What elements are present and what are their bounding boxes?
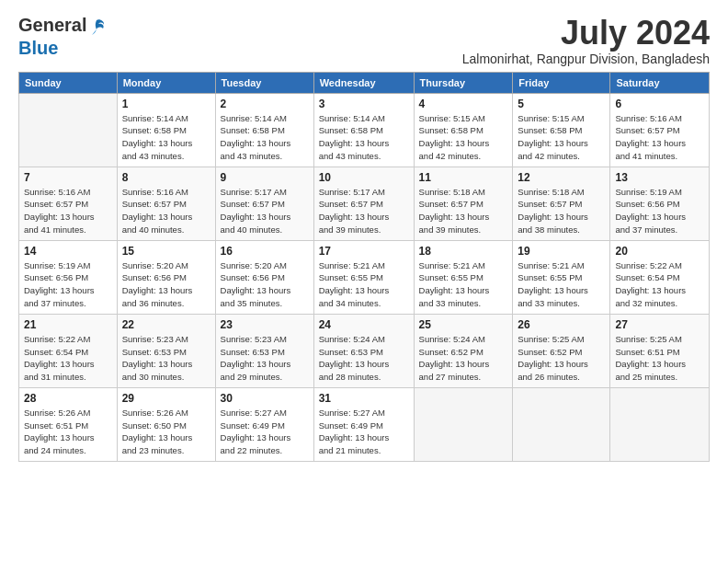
calendar-cell: 6Sunrise: 5:16 AM Sunset: 6:57 PM Daylig… — [610, 93, 710, 167]
day-info: Sunrise: 5:21 AM Sunset: 6:55 PM Dayligh… — [319, 259, 409, 310]
calendar-cell: 5Sunrise: 5:15 AM Sunset: 6:58 PM Daylig… — [513, 93, 610, 167]
day-info: Sunrise: 5:22 AM Sunset: 6:54 PM Dayligh… — [24, 333, 112, 384]
day-number: 16 — [221, 245, 309, 258]
day-number: 5 — [518, 98, 605, 110]
day-number: 24 — [319, 318, 409, 331]
week-row-1: 1Sunrise: 5:14 AM Sunset: 6:58 PM Daylig… — [19, 93, 710, 167]
day-number: 11 — [419, 171, 508, 184]
calendar-cell: 18Sunrise: 5:21 AM Sunset: 6:55 PM Dayli… — [414, 240, 513, 314]
calendar-cell: 22Sunrise: 5:23 AM Sunset: 6:53 PM Dayli… — [117, 314, 215, 387]
calendar-cell: 2Sunrise: 5:14 AM Sunset: 6:58 PM Daylig… — [215, 93, 313, 167]
calendar-cell: 24Sunrise: 5:24 AM Sunset: 6:53 PM Dayli… — [313, 314, 414, 387]
day-number: 3 — [319, 98, 409, 110]
weekday-header-friday: Friday — [513, 72, 610, 93]
day-number: 9 — [221, 171, 309, 184]
month-title: July 2024 — [462, 15, 710, 52]
weekday-header-wednesday: Wednesday — [313, 72, 414, 93]
week-row-5: 28Sunrise: 5:26 AM Sunset: 6:51 PM Dayli… — [19, 387, 710, 461]
day-info: Sunrise: 5:21 AM Sunset: 6:55 PM Dayligh… — [419, 259, 508, 310]
calendar-cell — [610, 387, 710, 461]
day-number: 26 — [518, 318, 605, 331]
calendar-cell: 29Sunrise: 5:26 AM Sunset: 6:50 PM Dayli… — [117, 387, 215, 461]
week-row-2: 7Sunrise: 5:16 AM Sunset: 6:57 PM Daylig… — [19, 167, 710, 240]
day-number: 10 — [319, 171, 409, 184]
calendar-cell: 9Sunrise: 5:17 AM Sunset: 6:57 PM Daylig… — [215, 167, 313, 240]
calendar-cell: 27Sunrise: 5:25 AM Sunset: 6:51 PM Dayli… — [610, 314, 710, 387]
weekday-header-saturday: Saturday — [610, 72, 710, 93]
day-info: Sunrise: 5:19 AM Sunset: 6:56 PM Dayligh… — [24, 259, 112, 310]
calendar-cell: 10Sunrise: 5:17 AM Sunset: 6:57 PM Dayli… — [313, 167, 414, 240]
calendar-cell: 17Sunrise: 5:21 AM Sunset: 6:55 PM Dayli… — [313, 240, 414, 314]
week-row-4: 21Sunrise: 5:22 AM Sunset: 6:54 PM Dayli… — [19, 314, 710, 387]
weekday-header-tuesday: Tuesday — [215, 72, 313, 93]
calendar-cell: 4Sunrise: 5:15 AM Sunset: 6:58 PM Daylig… — [414, 93, 513, 167]
weekday-header-monday: Monday — [117, 72, 215, 93]
day-number: 30 — [221, 392, 309, 405]
day-info: Sunrise: 5:18 AM Sunset: 6:57 PM Dayligh… — [419, 186, 508, 236]
day-number: 22 — [122, 318, 210, 331]
calendar-table: SundayMondayTuesdayWednesdayThursdayFrid… — [18, 72, 710, 462]
day-number: 21 — [24, 318, 112, 331]
calendar-cell: 28Sunrise: 5:26 AM Sunset: 6:51 PM Dayli… — [19, 387, 118, 461]
day-info: Sunrise: 5:21 AM Sunset: 6:55 PM Dayligh… — [518, 259, 605, 310]
day-info: Sunrise: 5:23 AM Sunset: 6:53 PM Dayligh… — [221, 333, 309, 384]
day-number: 2 — [221, 98, 309, 110]
calendar-cell: 11Sunrise: 5:18 AM Sunset: 6:57 PM Dayli… — [414, 167, 513, 240]
day-info: Sunrise: 5:15 AM Sunset: 6:58 PM Dayligh… — [518, 112, 605, 163]
day-number: 8 — [122, 171, 210, 184]
calendar-cell: 21Sunrise: 5:22 AM Sunset: 6:54 PM Dayli… — [19, 314, 118, 387]
calendar-cell — [414, 387, 513, 461]
calendar-cell — [513, 387, 610, 461]
day-number: 12 — [518, 171, 605, 184]
day-info: Sunrise: 5:24 AM Sunset: 6:53 PM Dayligh… — [319, 333, 409, 384]
calendar-cell: 12Sunrise: 5:18 AM Sunset: 6:57 PM Dayli… — [513, 167, 610, 240]
day-info: Sunrise: 5:16 AM Sunset: 6:57 PM Dayligh… — [24, 186, 112, 236]
logo-line1: General — [18, 15, 107, 38]
calendar-cell: 15Sunrise: 5:20 AM Sunset: 6:56 PM Dayli… — [117, 240, 215, 314]
weekday-header-row: SundayMondayTuesdayWednesdayThursdayFrid… — [19, 72, 710, 93]
logo-blue-text: Blue — [18, 38, 58, 58]
day-number: 28 — [24, 392, 112, 405]
logo-bird-icon — [86, 17, 107, 38]
calendar-cell: 25Sunrise: 5:24 AM Sunset: 6:52 PM Dayli… — [414, 314, 513, 387]
logo: General Blue — [18, 15, 107, 58]
day-number: 25 — [419, 318, 508, 331]
day-info: Sunrise: 5:16 AM Sunset: 6:57 PM Dayligh… — [615, 112, 704, 163]
day-info: Sunrise: 5:16 AM Sunset: 6:57 PM Dayligh… — [122, 186, 210, 236]
day-info: Sunrise: 5:14 AM Sunset: 6:58 PM Dayligh… — [122, 112, 210, 163]
day-info: Sunrise: 5:20 AM Sunset: 6:56 PM Dayligh… — [122, 259, 210, 310]
calendar-cell: 26Sunrise: 5:25 AM Sunset: 6:52 PM Dayli… — [513, 314, 610, 387]
calendar-cell: 19Sunrise: 5:21 AM Sunset: 6:55 PM Dayli… — [513, 240, 610, 314]
calendar-cell: 13Sunrise: 5:19 AM Sunset: 6:56 PM Dayli… — [610, 167, 710, 240]
calendar-cell: 1Sunrise: 5:14 AM Sunset: 6:58 PM Daylig… — [117, 93, 215, 167]
day-info: Sunrise: 5:23 AM Sunset: 6:53 PM Dayligh… — [122, 333, 210, 384]
day-info: Sunrise: 5:14 AM Sunset: 6:58 PM Dayligh… — [319, 112, 409, 163]
day-number: 27 — [615, 318, 704, 331]
calendar-cell: 16Sunrise: 5:20 AM Sunset: 6:56 PM Dayli… — [215, 240, 313, 314]
calendar-cell: 3Sunrise: 5:14 AM Sunset: 6:58 PM Daylig… — [313, 93, 414, 167]
calendar-cell: 8Sunrise: 5:16 AM Sunset: 6:57 PM Daylig… — [117, 167, 215, 240]
day-number: 15 — [122, 245, 210, 258]
day-info: Sunrise: 5:22 AM Sunset: 6:54 PM Dayligh… — [615, 259, 704, 310]
day-number: 6 — [615, 98, 704, 110]
calendar-cell: 20Sunrise: 5:22 AM Sunset: 6:54 PM Dayli… — [610, 240, 710, 314]
day-number: 19 — [518, 245, 605, 258]
day-number: 7 — [24, 171, 112, 184]
day-number: 29 — [122, 392, 210, 405]
day-info: Sunrise: 5:27 AM Sunset: 6:49 PM Dayligh… — [319, 407, 409, 457]
calendar-cell: 31Sunrise: 5:27 AM Sunset: 6:49 PM Dayli… — [313, 387, 414, 461]
day-info: Sunrise: 5:17 AM Sunset: 6:57 PM Dayligh… — [319, 186, 409, 236]
calendar-cell: 14Sunrise: 5:19 AM Sunset: 6:56 PM Dayli… — [19, 240, 118, 314]
calendar-page: General Blue July 2024 Lalmonirhat, Rang… — [0, 0, 728, 563]
day-number: 13 — [615, 171, 704, 184]
calendar-cell: 30Sunrise: 5:27 AM Sunset: 6:49 PM Dayli… — [215, 387, 313, 461]
week-row-3: 14Sunrise: 5:19 AM Sunset: 6:56 PM Dayli… — [19, 240, 710, 314]
day-info: Sunrise: 5:19 AM Sunset: 6:56 PM Dayligh… — [615, 186, 704, 236]
title-block: July 2024 Lalmonirhat, Rangpur Division,… — [462, 15, 710, 66]
day-info: Sunrise: 5:24 AM Sunset: 6:52 PM Dayligh… — [419, 333, 508, 384]
day-number: 4 — [419, 98, 508, 110]
weekday-header-sunday: Sunday — [19, 72, 118, 93]
weekday-header-thursday: Thursday — [414, 72, 513, 93]
day-info: Sunrise: 5:15 AM Sunset: 6:58 PM Dayligh… — [419, 112, 508, 163]
day-info: Sunrise: 5:18 AM Sunset: 6:57 PM Dayligh… — [518, 186, 605, 236]
